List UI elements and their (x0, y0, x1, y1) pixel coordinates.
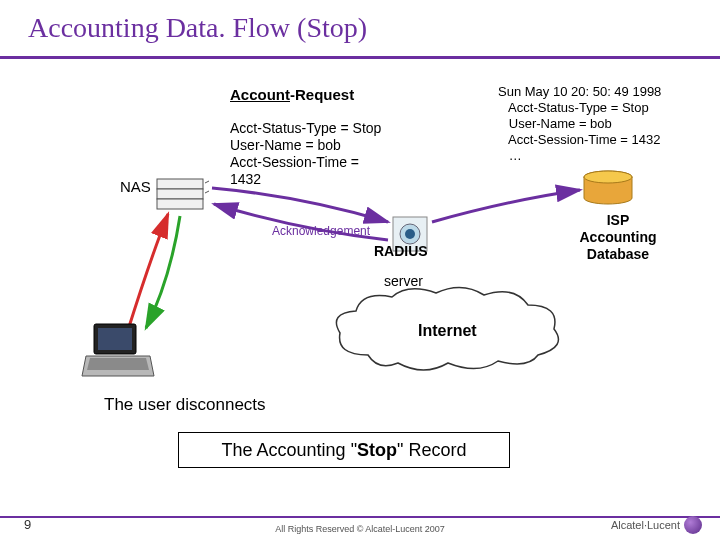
stop-record-prefix: The Accounting " (222, 440, 357, 460)
account-request-body: Acct-Status-Type = Stop User-Name = bob … (230, 120, 381, 188)
brand-logo: Alcatel·Lucent (611, 516, 702, 534)
stop-record-suffix: " Record (397, 440, 466, 460)
svg-rect-1 (157, 189, 203, 199)
svg-line-4 (205, 191, 209, 193)
nas-icon (155, 175, 209, 213)
database-icon (582, 170, 634, 206)
internet-label: Internet (418, 322, 477, 340)
svg-line-3 (205, 181, 209, 183)
stop-record-box: The Accounting "Stop" Record (178, 432, 510, 468)
svg-rect-11 (98, 328, 132, 350)
account-request-heading: Account-Request (230, 86, 354, 103)
title-underline (0, 56, 720, 59)
svg-point-7 (405, 229, 415, 239)
brand-logo-text: Alcatel·Lucent (611, 519, 680, 531)
svg-rect-2 (157, 199, 203, 209)
database-log: Sun May 10 20: 50: 49 1998 Acct-Status-T… (498, 84, 661, 164)
slide: Accounting Data. Flow (Stop) (0, 0, 720, 540)
stop-record-word: Stop (357, 440, 397, 460)
server-label: server (384, 273, 423, 289)
brand-logo-swirl-icon (684, 516, 702, 534)
database-title: ISP Accounting Database (563, 212, 673, 263)
acknowledgement-label: Acknowledgement (272, 224, 370, 238)
account-request-heading-underlined: Account (230, 86, 290, 103)
nas-label: NAS (120, 178, 151, 195)
svg-marker-13 (87, 358, 149, 370)
svg-rect-0 (157, 179, 203, 189)
slide-title: Accounting Data. Flow (Stop) (28, 12, 367, 44)
svg-point-9 (584, 171, 632, 183)
laptop-icon (80, 320, 155, 385)
account-request-heading-rest: -Request (290, 86, 354, 103)
radius-label: RADIUS (374, 243, 428, 259)
user-disconnects-label: The user disconnects (104, 395, 266, 415)
